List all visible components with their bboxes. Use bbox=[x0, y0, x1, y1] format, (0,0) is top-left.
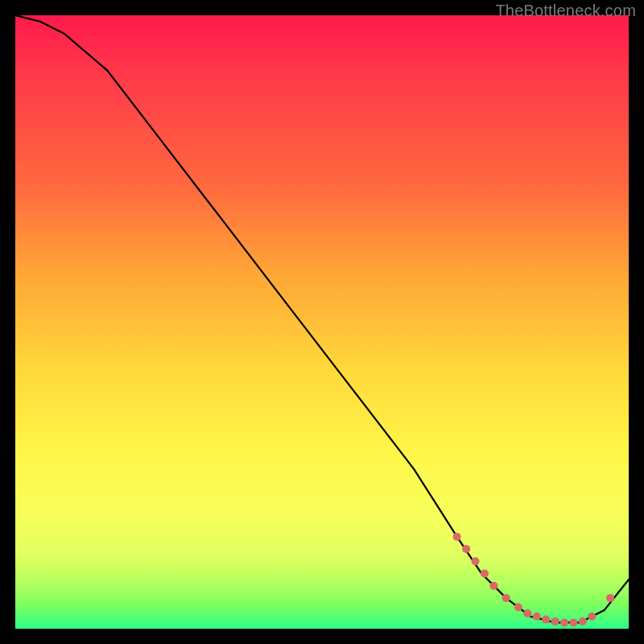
data-point bbox=[560, 618, 568, 626]
bottleneck-curve bbox=[15, 15, 629, 622]
data-point bbox=[588, 613, 596, 621]
curve-dots bbox=[453, 533, 615, 627]
chart-frame: TheBottleneck.com bbox=[0, 0, 644, 644]
data-point bbox=[533, 613, 541, 621]
data-point bbox=[453, 533, 461, 541]
data-point bbox=[523, 609, 531, 617]
data-point bbox=[514, 603, 522, 611]
watermark-text: TheBottleneck.com bbox=[495, 2, 636, 20]
chart-plot-area bbox=[15, 15, 629, 629]
data-point bbox=[542, 616, 550, 624]
data-point bbox=[551, 617, 559, 625]
data-point bbox=[606, 594, 614, 602]
data-point bbox=[489, 582, 497, 590]
data-point bbox=[569, 618, 577, 626]
data-point bbox=[472, 557, 480, 565]
data-point bbox=[502, 594, 510, 602]
data-point bbox=[579, 617, 587, 625]
data-point bbox=[481, 569, 489, 577]
data-point bbox=[462, 545, 470, 553]
curve-layer bbox=[15, 15, 629, 629]
